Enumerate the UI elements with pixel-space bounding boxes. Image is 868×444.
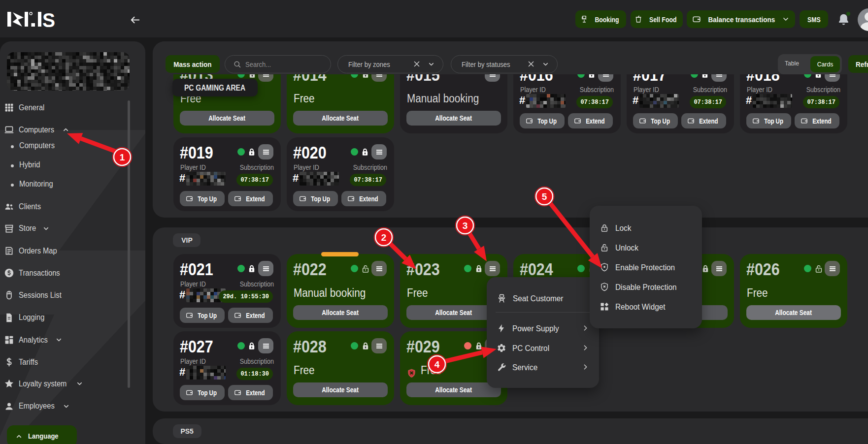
svg-text:S: S — [42, 12, 55, 27]
